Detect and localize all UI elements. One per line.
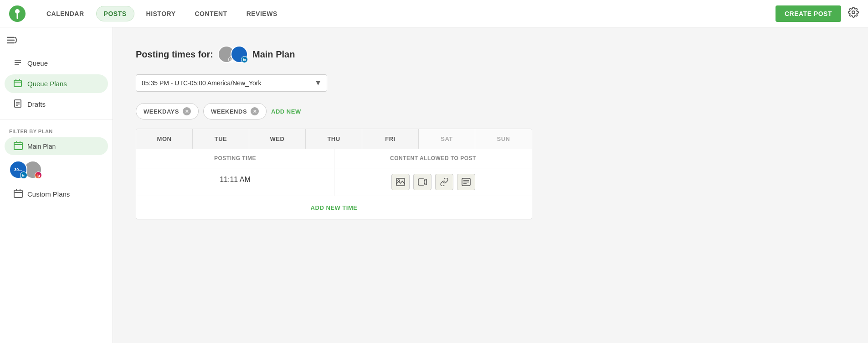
tab-weekends-close-icon[interactable]: ✕ — [251, 107, 259, 115]
col-header-wed: WED — [249, 129, 306, 149]
posting-time-label: POSTING TIME — [136, 149, 334, 168]
filter-by-plan-label: FILTER BY PLAN — [0, 124, 113, 136]
tab-weekdays[interactable]: WEEKDAYS ✕ — [136, 103, 199, 120]
nav-content[interactable]: CONTENT — [188, 6, 235, 21]
sidebar-avatar-group: 30... in ig — [0, 156, 113, 183]
tab-weekends[interactable]: WEEKENDS ✕ — [203, 103, 267, 120]
svg-rect-10 — [14, 80, 21, 87]
nav-history[interactable]: HISTORY — [139, 6, 183, 21]
add-new-schedule-tab-button[interactable]: ADD NEW — [271, 108, 301, 115]
content-allowed-label: CONTENT ALLOWED TO POST — [334, 149, 532, 168]
sidebar-item-custom-plans[interactable]: Custom Plans — [5, 184, 108, 204]
header-linkedin-badge: in — [241, 56, 248, 63]
instagram-badge: ig — [35, 172, 42, 179]
tab-weekdays-label: WEEKDAYS — [144, 108, 179, 115]
col-header-sat: SAT — [419, 129, 475, 149]
sidebar-plan-main-label: Main Plan — [27, 143, 56, 150]
timezone-select[interactable]: 05:35 PM - UTC-05:00 America/New_York 05… — [136, 74, 327, 92]
content-area: Posting times for: ig in Main Plan 05:35… — [113, 27, 868, 343]
linkedin-badge: in — [20, 172, 27, 179]
svg-rect-28 — [418, 179, 424, 185]
top-nav: CALENDAR POSTS HISTORY CONTENT REVIEWS C… — [0, 0, 868, 27]
video-content-icon[interactable] — [413, 174, 431, 190]
calendar-icon — [14, 79, 22, 88]
timezone-select-wrapper: 05:35 PM - UTC-05:00 America/New_York 05… — [136, 74, 327, 92]
logo[interactable] — [9, 5, 26, 22]
posting-times-label: Posting times for: — [136, 49, 213, 60]
sidebar-item-queue-label: Queue — [27, 59, 48, 67]
col-header-mon: MON — [136, 129, 193, 149]
sidebar-item-queue[interactable]: Queue — [5, 54, 108, 73]
schedule-tabs: WEEKDAYS ✕ WEEKENDS ✕ ADD NEW — [136, 103, 845, 120]
draft-icon — [14, 99, 22, 109]
settings-icon[interactable] — [848, 7, 859, 21]
col-header-fri: FRI — [362, 129, 419, 149]
header-avatar-group: ig in — [218, 46, 248, 63]
add-new-time-button[interactable]: ADD NEW TIME — [311, 204, 358, 211]
linkedin-avatar-text: 30... — [14, 167, 22, 172]
svg-rect-22 — [14, 190, 22, 197]
schedule-table: MON TUE WED THU FRI SAT SUN POSTING TIME… — [136, 129, 532, 219]
nav-reviews[interactable]: REVIEWS — [239, 6, 285, 21]
col-header-thu: THU — [306, 129, 362, 149]
sidebar-divider — [0, 119, 113, 120]
sidebar-item-queue-plans-label: Queue Plans — [27, 80, 67, 88]
create-post-button[interactable]: CREATE POST — [776, 5, 841, 22]
sidebar-item-queue-plans[interactable]: Queue Plans — [5, 74, 108, 93]
plan-calendar-icon — [14, 141, 23, 151]
tab-weekends-label: WEEKENDS — [211, 108, 247, 115]
tab-weekdays-close-icon[interactable]: ✕ — [183, 107, 191, 115]
svg-rect-18 — [14, 142, 22, 150]
sidebar-linkedin-avatar[interactable]: 30... in — [9, 161, 27, 179]
image-content-icon[interactable] — [391, 174, 410, 190]
nav-right: CREATE POST — [776, 5, 859, 22]
posting-time-value[interactable]: 11:11 AM — [136, 168, 334, 196]
nav-posts[interactable]: POSTS — [96, 6, 134, 21]
custom-plans-label: Custom Plans — [27, 190, 70, 198]
svg-point-3 — [852, 11, 855, 14]
schedule-time-entry: 11:11 AM — [136, 168, 532, 196]
content-type-icons — [334, 168, 532, 196]
nav-calendar[interactable]: CALENDAR — [39, 6, 92, 21]
sidebar-collapse-button[interactable] — [0, 34, 113, 53]
nav-links: CALENDAR POSTS HISTORY CONTENT REVIEWS — [39, 6, 776, 21]
link-content-icon[interactable] — [435, 174, 453, 190]
sidebar-plan-main[interactable]: Main Plan — [5, 137, 108, 155]
text-content-icon[interactable] — [457, 174, 475, 190]
sidebar-item-drafts[interactable]: Drafts — [5, 95, 108, 114]
schedule-section-labels: POSTING TIME CONTENT ALLOWED TO POST — [136, 149, 532, 168]
sidebar: Queue Queue Plans — [0, 27, 113, 343]
col-header-tue: TUE — [193, 129, 249, 149]
plan-name: Main Plan — [252, 49, 295, 60]
col-header-sun: SUN — [475, 129, 532, 149]
header-blue-avatar[interactable]: in — [231, 46, 248, 63]
list-icon — [14, 58, 22, 68]
posting-times-header: Posting times for: ig in Main Plan — [136, 46, 845, 63]
schedule-table-header: MON TUE WED THU FRI SAT SUN — [136, 129, 532, 149]
main-layout: Queue Queue Plans — [0, 27, 868, 343]
sidebar-item-drafts-label: Drafts — [27, 100, 46, 108]
custom-plans-calendar-icon — [14, 189, 23, 199]
add-new-time-row: ADD NEW TIME — [136, 196, 532, 219]
